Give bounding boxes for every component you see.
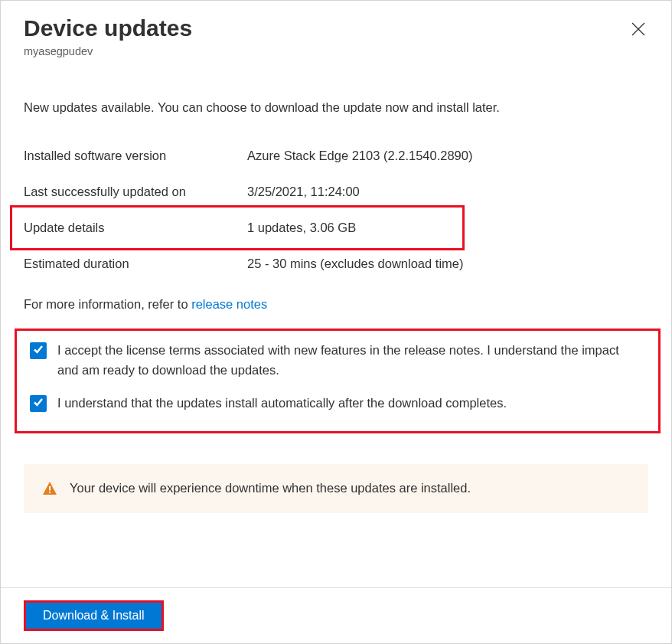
more-info-prefix: For more information, refer to bbox=[24, 297, 191, 311]
warning-text: Your device will experience downtime whe… bbox=[70, 481, 471, 495]
release-notes-link[interactable]: release notes bbox=[191, 297, 267, 311]
page-title: Device updates bbox=[24, 15, 192, 42]
checkbox-section: I accept the license terms associated wi… bbox=[24, 329, 648, 433]
version-label: Installed software version bbox=[24, 149, 247, 163]
info-row-update-details: Update details 1 updates, 3.06 GB bbox=[24, 210, 648, 246]
warning-banner: Your device will experience downtime whe… bbox=[24, 464, 648, 513]
checkbox-row-accept: I accept the license terms associated wi… bbox=[30, 336, 642, 389]
auto-install-checkbox[interactable] bbox=[30, 395, 47, 412]
panel-footer: Download & Install bbox=[1, 587, 671, 643]
close-icon bbox=[631, 27, 645, 38]
panel-header: Device updates myasegpudev bbox=[24, 15, 648, 57]
auto-install-label: I understand that the updates install au… bbox=[57, 394, 507, 414]
version-value: Azure Stack Edge 2103 (2.2.1540.2890) bbox=[247, 149, 472, 163]
info-row-last-updated: Last successfully updated on 3/25/2021, … bbox=[24, 174, 648, 210]
checkmark-icon bbox=[33, 344, 44, 358]
checkmark-icon bbox=[33, 397, 44, 410]
info-row-version: Installed software version Azure Stack E… bbox=[24, 138, 648, 174]
accept-terms-label: I accept the license terms associated wi… bbox=[57, 341, 642, 380]
svg-rect-3 bbox=[49, 492, 51, 493]
download-install-button[interactable]: Download & Install bbox=[24, 600, 164, 631]
warning-icon bbox=[42, 481, 57, 496]
device-name: myasegpudev bbox=[24, 45, 192, 57]
estimated-label: Estimated duration bbox=[24, 257, 247, 271]
more-info-text: For more information, refer to release n… bbox=[24, 297, 648, 312]
info-row-estimated: Estimated duration 25 - 30 mins (exclude… bbox=[24, 246, 648, 282]
update-details-value: 1 updates, 3.06 GB bbox=[247, 221, 356, 235]
device-updates-panel: Device updates myasegpudev New updates a… bbox=[0, 0, 672, 644]
info-grid: Installed software version Azure Stack E… bbox=[24, 138, 648, 282]
accept-terms-checkbox[interactable] bbox=[30, 342, 47, 359]
update-details-label: Update details bbox=[24, 221, 247, 235]
svg-rect-2 bbox=[49, 486, 51, 491]
last-updated-value: 3/25/2021, 11:24:00 bbox=[247, 185, 360, 199]
close-button[interactable] bbox=[628, 19, 648, 41]
estimated-value: 25 - 30 mins (excludes download time) bbox=[247, 257, 463, 271]
checkbox-row-auto-install: I understand that the updates install au… bbox=[30, 389, 642, 423]
last-updated-label: Last successfully updated on bbox=[24, 185, 247, 199]
status-text: New updates available. You can choose to… bbox=[24, 100, 648, 115]
